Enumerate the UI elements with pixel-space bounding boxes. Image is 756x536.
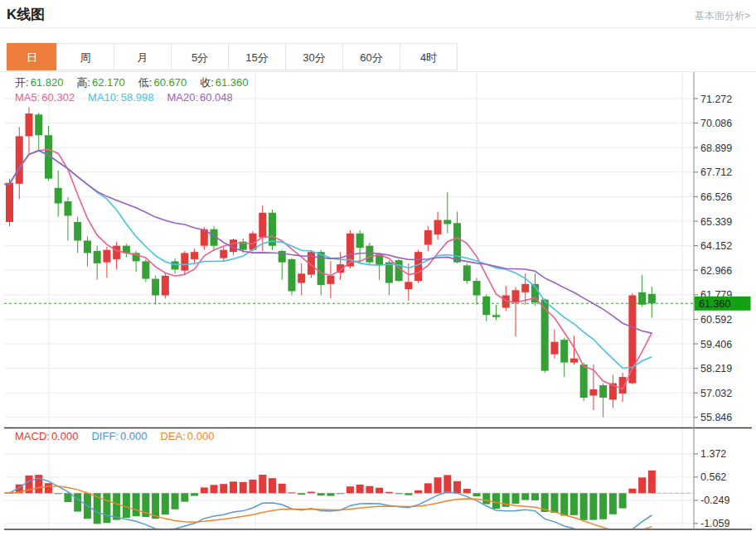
candle-body (172, 261, 179, 269)
macd-bar (181, 493, 188, 501)
macd-bar (492, 493, 500, 509)
macd-bar (434, 477, 442, 493)
legend-ma10: MA10:58.998 (88, 91, 153, 104)
tab-15分[interactable]: 15分 (228, 43, 286, 70)
macd-bar (45, 483, 52, 493)
candle-body (298, 273, 305, 282)
tab-5分[interactable]: 5分 (171, 43, 229, 70)
candle-body (395, 260, 403, 281)
tab-60分[interactable]: 60分 (342, 43, 400, 70)
kline-chart[interactable]: 71.27270.08668.89967.71266.52665.33964.1… (4, 72, 752, 531)
candle-body (482, 297, 490, 315)
candle-body (473, 281, 481, 295)
macd-bar (619, 493, 627, 508)
candle-body (356, 234, 364, 248)
price-tick-label: 70.086 (700, 118, 732, 129)
macd-tick-label: -1.059 (700, 518, 729, 529)
macd-bar (133, 493, 140, 516)
tab-30分[interactable]: 30分 (285, 43, 343, 70)
tab-周[interactable]: 周 (56, 43, 114, 70)
tab-日[interactable]: 日 (7, 43, 57, 70)
candle-body (74, 222, 81, 240)
legend-macd: MACD:0.000 (15, 430, 78, 442)
current-price-badge: 61.360 (695, 297, 751, 311)
candle-body (152, 279, 159, 296)
macd-bar (453, 481, 461, 493)
candle-body (181, 253, 188, 270)
candle-body (327, 276, 334, 284)
candle-body (424, 230, 432, 244)
macd-bar (103, 493, 110, 523)
candle-body (589, 389, 597, 395)
period-tab-bar: 日周月5分15分30分60分4时 (7, 43, 458, 70)
candle-body (103, 250, 110, 263)
legend-ma5: MA5:60.302 (15, 91, 75, 104)
legend-open: 开:61.820 (15, 76, 63, 89)
candle-body (16, 136, 23, 183)
macd-bar (337, 493, 344, 494)
candle-body (220, 250, 227, 258)
macd-bar (511, 493, 519, 504)
price-tick-label: 59.406 (700, 339, 732, 350)
ma20-line (4, 151, 652, 333)
macd-bar (366, 486, 373, 494)
macd-bar (279, 484, 286, 493)
macd-bar (162, 493, 169, 514)
candle-body (463, 265, 471, 281)
macd-bar (250, 480, 257, 493)
ohlc-legend: 开:61.820高:62.170低:60.670收:61.360 (15, 75, 262, 90)
price-tick-label: 67.712 (700, 167, 732, 178)
candle-body (55, 188, 62, 204)
legend-diff: DIFF:0.000 (91, 430, 147, 442)
tab-4时[interactable]: 4时 (400, 43, 458, 70)
candle-body (405, 282, 412, 289)
candle-body (521, 284, 529, 292)
candle-body (511, 290, 519, 302)
macd-bar (570, 493, 578, 515)
macd-bar (414, 490, 422, 493)
macd-bar (531, 493, 539, 500)
macd-bar (385, 492, 393, 494)
macd-tick-label: -0.249 (700, 495, 729, 506)
macd-bar (405, 493, 412, 495)
macd-legend: MACD:0.000DIFF:0.000DEA:0.000 (15, 430, 227, 442)
price-tick-label: 68.899 (700, 142, 732, 154)
candle-body (550, 342, 558, 355)
macd-bar (172, 493, 179, 509)
macd-bar (269, 478, 276, 493)
candle-body (619, 377, 627, 394)
candle-body (599, 385, 607, 398)
price-tick-label: 60.592 (700, 314, 732, 326)
macd-bar (628, 489, 636, 494)
fundamental-analysis-link[interactable]: 基本面分析> (695, 9, 750, 23)
candle-body (580, 365, 588, 398)
price-tick-label: 71.272 (700, 94, 732, 105)
candle-body (366, 246, 373, 263)
macd-bar (240, 482, 247, 493)
candle-body (25, 113, 32, 136)
legend-low: 低:60.670 (138, 76, 187, 89)
macd-bar (424, 483, 432, 493)
macd-bar (550, 493, 558, 513)
current-price-badge-label: 61.360 (699, 298, 730, 310)
candle-body (385, 263, 393, 283)
macd-bar (317, 493, 325, 495)
macd-bar (589, 493, 597, 519)
tab-月[interactable]: 月 (114, 43, 172, 70)
macd-bar (308, 492, 315, 494)
legend-high: 高:62.170 (76, 76, 124, 89)
page-title: K线图 (7, 5, 45, 24)
price-tick-label: 65.339 (700, 216, 732, 228)
title-divider (0, 27, 756, 28)
price-tick-label: 58.219 (700, 363, 732, 374)
macd-bar (473, 493, 481, 496)
candle-body (6, 183, 13, 222)
macd-bar (599, 493, 607, 519)
macd-bar (395, 493, 403, 494)
macd-bar (288, 492, 295, 493)
candle-body (288, 259, 295, 292)
macd-bar (327, 493, 334, 495)
macd-bar (191, 493, 198, 495)
candle-body (259, 213, 266, 238)
macd-bar (521, 493, 529, 500)
